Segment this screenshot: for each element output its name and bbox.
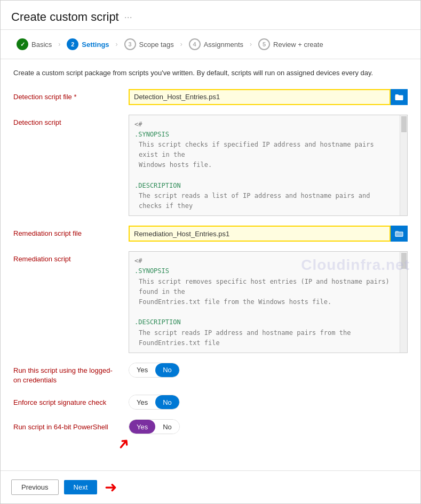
step-review-create[interactable]: 5 Review + create <box>253 36 329 52</box>
arrow-indicator-64bit: ➜ <box>113 434 134 454</box>
step-review-circle: 5 <box>258 38 270 50</box>
remediation-browse-button[interactable] <box>391 226 408 242</box>
remediation-script-content: <# .SYNOPSIS This script removes specifi… <box>134 256 402 348</box>
detection-script-label: Detection script <box>13 115 120 127</box>
enforce-signature-label: Enforce script signature check <box>13 395 120 407</box>
step-settings-label: Settings <box>82 41 109 49</box>
enforce-signature-no[interactable]: No <box>155 395 179 409</box>
steps-bar: ✓ Basics › 2 Settings › 3 Scope tags › 4… <box>1 30 420 59</box>
previous-button[interactable]: Previous <box>11 479 59 495</box>
step-arrow-3: › <box>179 41 184 48</box>
detection-browse-button[interactable] <box>391 89 408 105</box>
step-basics[interactable]: ✓ Basics <box>11 36 57 52</box>
detection-script-file-row: Detection script file * ➜ <box>13 89 408 105</box>
step-arrow-1: › <box>57 41 61 48</box>
title-bar: Create custom script ··· <box>1 1 420 30</box>
svg-rect-0 <box>395 95 403 100</box>
step-scope-tags[interactable]: 3 Scope tags <box>119 36 179 52</box>
step-arrow-2: › <box>115 41 119 48</box>
detection-script-preview: <# .SYNOPSIS This script checks if speci… <box>129 115 408 217</box>
footer: Previous Next ➜ <box>1 470 420 503</box>
run-logged-on-row: Run this script using the logged-on cred… <box>13 363 408 385</box>
remediation-script-label: Remediation script <box>13 251 120 264</box>
run-logged-on-yes[interactable]: Yes <box>129 363 155 377</box>
step-arrow-4: › <box>249 41 253 48</box>
step-assignments[interactable]: 4 Assignments <box>184 36 249 52</box>
run-logged-on-no[interactable]: No <box>155 363 179 377</box>
enforce-signature-yes[interactable]: Yes <box>129 395 155 409</box>
step-settings-circle: 2 <box>67 38 78 50</box>
detection-script-file-input[interactable] <box>129 89 391 105</box>
enforce-signature-control: Yes No <box>129 395 408 410</box>
run-64bit-control: Yes No <box>129 419 408 434</box>
run-64bit-yes[interactable]: Yes <box>129 420 155 434</box>
remediation-script-file-label: Remediation script file <box>13 226 120 238</box>
detection-file-input-row <box>129 89 408 105</box>
detection-script-content: <# .SYNOPSIS This script checks if speci… <box>134 119 402 212</box>
folder-icon <box>395 93 403 101</box>
remediation-script-preview: <# .SYNOPSIS This script removes specifi… <box>129 251 408 353</box>
arrow-indicator-next: ➜ <box>105 478 117 496</box>
detection-script-file-label: Detection script file * <box>13 89 120 102</box>
step-review-label: Review + create <box>273 41 323 49</box>
main-window: Create custom script ··· ✓ Basics › 2 Se… <box>0 0 421 504</box>
run-64bit-row: Run script in 64-bit PowerShell Yes No ➜ <box>13 419 408 434</box>
content-area: Create a custom script package from scri… <box>1 59 420 470</box>
remediation-script-file-input[interactable] <box>129 226 391 242</box>
step-scope-label: Scope tags <box>139 41 174 49</box>
page-description: Create a custom script package from scri… <box>13 68 408 78</box>
detection-script-row: Detection script <# .SYNOPSIS This scrip… <box>13 115 408 217</box>
remediation-script-file-row: Remediation script file ➜ <box>13 226 408 242</box>
step-basics-label: Basics <box>31 41 52 49</box>
step-scope-circle: 3 <box>124 38 136 50</box>
step-settings[interactable]: 2 Settings <box>61 36 114 52</box>
run-logged-on-control: Yes No <box>129 363 408 378</box>
detection-scrollbar[interactable] <box>400 115 407 216</box>
run-64bit-label: Run script in 64-bit PowerShell <box>13 419 120 432</box>
remediation-scrollbar-thumb <box>401 253 407 269</box>
detection-scrollbar-thumb <box>401 116 407 132</box>
enforce-signature-row: Enforce script signature check Yes No <box>13 395 408 410</box>
run-64bit-no[interactable]: No <box>155 420 179 434</box>
folder-icon-2 <box>395 229 403 238</box>
page-title: Create custom script <box>11 10 119 24</box>
run-logged-on-label: Run this script using the logged-on cred… <box>13 363 120 385</box>
enforce-signature-toggle[interactable]: Yes No <box>129 395 180 410</box>
step-assignments-label: Assignments <box>204 41 243 49</box>
remediation-script-control: <# .SYNOPSIS This script removes specifi… <box>129 251 408 353</box>
step-basics-circle: ✓ <box>17 38 28 50</box>
remediation-file-input-row <box>129 226 408 242</box>
run-64bit-toggle[interactable]: Yes No <box>129 419 180 434</box>
step-assignments-circle: 4 <box>189 38 201 50</box>
remediation-scrollbar[interactable] <box>400 252 407 353</box>
next-button[interactable]: Next <box>64 480 98 494</box>
detection-script-file-control: ➜ <box>129 89 408 105</box>
more-menu-icon[interactable]: ··· <box>124 12 132 23</box>
remediation-script-row: Remediation script <# .SYNOPSIS This scr… <box>13 251 408 353</box>
run-logged-on-toggle[interactable]: Yes No <box>129 363 180 378</box>
remediation-script-file-control: ➜ <box>129 226 408 242</box>
detection-script-control: <# .SYNOPSIS This script checks if speci… <box>129 115 408 217</box>
